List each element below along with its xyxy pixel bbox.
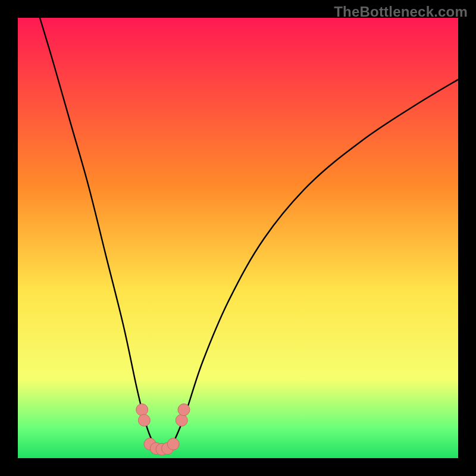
plot-background — [18, 18, 458, 458]
curve-marker — [176, 414, 187, 426]
bottleneck-chart — [0, 0, 476, 476]
watermark-text: TheBottleneck.com — [334, 4, 468, 20]
curve-marker — [136, 404, 148, 416]
chart-frame: TheBottleneck.com — [0, 0, 476, 476]
curve-marker — [178, 404, 190, 416]
curve-marker — [167, 438, 179, 450]
curve-marker — [138, 414, 150, 426]
